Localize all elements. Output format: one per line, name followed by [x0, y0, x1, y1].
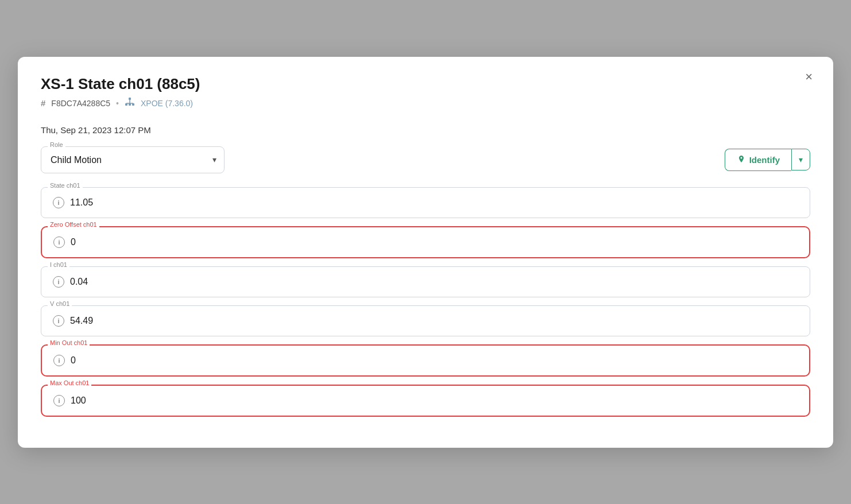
- min-out-ch01-value: 0: [71, 355, 76, 366]
- zero-offset-ch01-box: i 0: [41, 226, 810, 258]
- v-ch01-value: 54.49: [70, 316, 93, 326]
- svg-rect-0: [129, 98, 131, 100]
- network-icon: [125, 98, 135, 109]
- info-icon: i: [53, 237, 65, 248]
- pin-icon: [737, 155, 746, 164]
- state-ch01-label: State ch01: [48, 182, 83, 189]
- info-icon: i: [53, 315, 64, 327]
- network-label: XPOE (7.36.0): [141, 99, 193, 108]
- role-select[interactable]: Child Motion Parent Motion Standalone: [41, 146, 225, 173]
- state-ch01-field: State ch01 i 11.05: [41, 187, 810, 218]
- chevron-down-icon: ▾: [799, 155, 803, 164]
- zero-offset-ch01-label: Zero Offset ch01: [48, 221, 99, 228]
- info-icon: i: [53, 355, 65, 366]
- max-out-ch01-box: i 100: [41, 385, 810, 417]
- state-ch01-value: 11.05: [70, 197, 93, 208]
- info-icon: i: [53, 395, 65, 406]
- role-label: Role: [48, 141, 65, 148]
- hash-icon: #: [41, 98, 45, 108]
- modal-container: × XS-1 State ch01 (88c5) # F8DC7A4288C5 …: [18, 57, 833, 448]
- modal-overlay: × XS-1 State ch01 (88c5) # F8DC7A4288C5 …: [0, 0, 851, 504]
- max-out-ch01-value: 100: [71, 396, 86, 406]
- i-ch01-value: 0.04: [70, 277, 88, 287]
- modal-meta: # F8DC7A4288C5 • XPOE (7.36.0): [41, 98, 810, 109]
- device-id: F8DC7A4288C5: [51, 99, 110, 108]
- modal-date: Thu, Sep 21, 2023 12:07 PM: [41, 125, 810, 135]
- info-icon: i: [53, 197, 64, 208]
- min-out-ch01-label: Min Out ch01: [48, 339, 90, 346]
- info-icon: i: [53, 276, 64, 288]
- min-out-ch01-field: Min Out ch01 i 0: [41, 344, 810, 377]
- modal-title: XS-1 State ch01 (88c5): [41, 75, 810, 93]
- zero-offset-ch01-value: 0: [71, 237, 76, 247]
- state-ch01-box: i 11.05: [41, 187, 810, 218]
- max-out-ch01-field: Max Out ch01 i 100: [41, 385, 810, 417]
- close-button[interactable]: ×: [800, 68, 817, 86]
- i-ch01-label: I ch01: [48, 261, 69, 268]
- role-field-wrapper: Role Child Motion Parent Motion Standalo…: [41, 146, 225, 173]
- v-ch01-field: V ch01 i 54.49: [41, 305, 810, 336]
- i-ch01-box: i 0.04: [41, 266, 810, 297]
- i-ch01-field: I ch01 i 0.04: [41, 266, 810, 297]
- identify-dropdown-button[interactable]: ▾: [791, 149, 810, 170]
- max-out-ch01-label: Max Out ch01: [48, 379, 91, 386]
- identify-button[interactable]: Identify: [725, 149, 791, 171]
- identify-btn-group: Identify ▾: [725, 149, 810, 171]
- v-ch01-label: V ch01: [48, 300, 72, 307]
- v-ch01-box: i 54.49: [41, 305, 810, 336]
- meta-separator: •: [116, 99, 119, 108]
- min-out-ch01-box: i 0: [41, 344, 810, 377]
- zero-offset-ch01-field: Zero Offset ch01 i 0: [41, 226, 810, 258]
- role-row: Role Child Motion Parent Motion Standalo…: [41, 146, 810, 173]
